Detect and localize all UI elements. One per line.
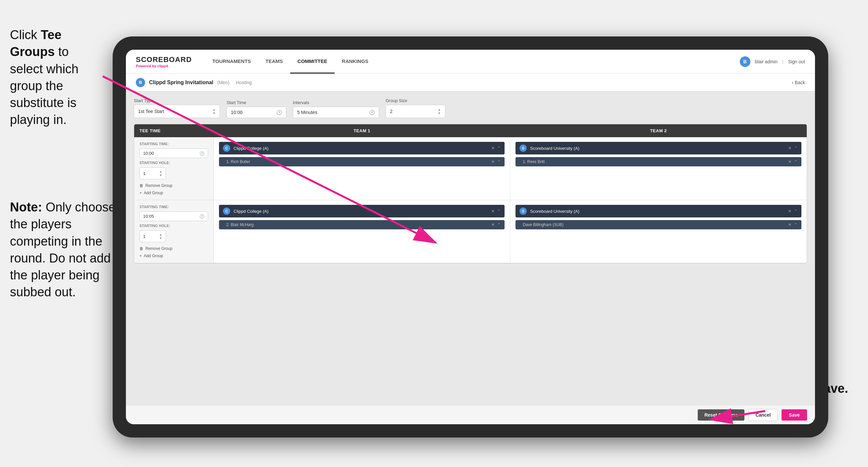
- expand-icon-t1-2[interactable]: ⌃: [497, 209, 501, 213]
- start-time-input[interactable]: 10:00 🕐: [227, 107, 286, 118]
- instruction-text-1: Click: [10, 28, 41, 42]
- starting-time-label-2: STARTING TIME:: [140, 205, 208, 209]
- logo-powered: Powered by clippd: [136, 64, 192, 68]
- team-icon-2-2: S: [520, 207, 527, 215]
- expand-icon-t2-2[interactable]: ⌃: [794, 209, 798, 213]
- intervals-input[interactable]: 5 Minutes 🕐: [293, 107, 379, 118]
- clock-icon: 🕐: [276, 110, 282, 115]
- nav-avatar: B: [740, 56, 750, 67]
- nav-links: TOURNAMENTS TEAMS COMMITTEE RANKINGS: [205, 50, 740, 74]
- logo-scoreboard: SCOREBOARD: [136, 55, 192, 64]
- nav-committee[interactable]: COMMITTEE: [290, 50, 335, 74]
- starting-time-label-1: STARTING TIME:: [140, 142, 208, 146]
- expand-icon-p1-1[interactable]: ⌃: [497, 159, 501, 164]
- main-instruction: Click Tee Groups to select which group t…: [0, 20, 109, 135]
- starting-hole-input-1[interactable]: 1 ▲▼: [140, 167, 166, 179]
- player-entry-1-2[interactable]: 2. Blair McHarg ✕ ⌃: [219, 220, 504, 229]
- team-name-2-2: Scoreboard University (A): [530, 209, 580, 214]
- team-entry-2-2[interactable]: S Scoreboard University (A) ✕ ⌃: [516, 205, 801, 217]
- sub-header-left: B Clippd Spring Invitational (Men) Hosti…: [136, 78, 792, 87]
- player-entry-2-1[interactable]: 1. Rees Britt ✕ ⌃: [516, 157, 801, 166]
- nav-right: B blair admin | Sign out: [740, 56, 805, 67]
- start-type-stepper[interactable]: ▲▼: [212, 108, 216, 115]
- starting-time-input-1[interactable]: 10:00 🕐: [140, 148, 208, 158]
- close-icon-t1-2[interactable]: ✕: [491, 209, 495, 213]
- nav-rankings[interactable]: RANKINGS: [335, 50, 376, 74]
- team-entry-1-1[interactable]: C Clippd College (A) ✕ ⌃: [219, 142, 504, 154]
- tournament-name: Clippd Spring Invitational: [149, 80, 213, 86]
- start-type-field: Start Type 1st Tee Start ▲▼: [134, 98, 220, 118]
- note-text: Only choose the players competing in the…: [10, 200, 116, 299]
- remove-group-button-2[interactable]: 🗑 Remove Group: [140, 246, 208, 251]
- save-button[interactable]: Save: [781, 409, 807, 420]
- expand-icon-p1-2[interactable]: ⌃: [497, 223, 501, 227]
- table-row: STARTING TIME: 10:00 🕐 STARTING HOLE: 1 …: [134, 137, 807, 200]
- tablet-frame: SCOREBOARD Powered by clippd TOURNAMENTS…: [113, 36, 828, 438]
- time-icon-1: 🕐: [199, 151, 205, 156]
- hole-stepper-1[interactable]: ▲▼: [159, 170, 162, 177]
- close-icon-p1-1[interactable]: ✕: [491, 159, 495, 164]
- close-icon-t1-1[interactable]: ✕: [491, 146, 495, 150]
- close-icon-p2-1[interactable]: ✕: [788, 159, 792, 164]
- starting-hole-label-2: STARTING HOLE:: [140, 224, 208, 228]
- team-icon-1-1: C: [223, 145, 230, 152]
- tee-table: Tee Time Team 1 Team 2 STARTING TIME: 10…: [134, 124, 807, 263]
- group-left-2: STARTING TIME: 10:05 🕐 STARTING HOLE: 1 …: [134, 200, 214, 263]
- close-icon-p2-2[interactable]: ✕: [788, 223, 792, 227]
- add-group-button-1[interactable]: + Add Group: [140, 191, 208, 195]
- nav-bar: SCOREBOARD Powered by clippd TOURNAMENTS…: [126, 50, 815, 74]
- player-name-2-2: Dave Billingham (SUB): [523, 223, 563, 227]
- team-entry-1-2[interactable]: C Clippd College (A) ✕ ⌃: [219, 205, 504, 217]
- group-size-value: 2: [390, 109, 393, 114]
- expand-icon-t2-1[interactable]: ⌃: [794, 146, 798, 150]
- starting-hole-input-2[interactable]: 1 ▲▼: [140, 230, 166, 242]
- group-team1-1: C Clippd College (A) ✕ ⌃ 1. Rich Butler: [214, 137, 510, 200]
- nav-username: blair admin: [755, 59, 778, 64]
- reset-changes-button[interactable]: Reset Changes: [698, 409, 744, 420]
- player-entry-1-1[interactable]: 1. Rich Butler ✕ ⌃: [219, 157, 504, 166]
- note-instruction: Note: Only choose the players competing …: [0, 192, 126, 308]
- nav-tournaments[interactable]: TOURNAMENTS: [205, 50, 258, 74]
- team-name-2-1: Scoreboard University (A): [530, 146, 580, 151]
- player-name-1-1: 1. Rich Butler: [226, 159, 250, 164]
- close-icon-t2-2[interactable]: ✕: [788, 209, 792, 213]
- hole-stepper-2[interactable]: ▲▼: [159, 233, 162, 240]
- expand-icon-p2-1[interactable]: ⌃: [794, 159, 798, 164]
- content-area: Start Type 1st Tee Start ▲▼ Start Time 1…: [126, 91, 815, 405]
- intervals-value: 5 Minutes: [297, 110, 317, 115]
- group-size-stepper[interactable]: ▲▼: [438, 108, 441, 115]
- th-team1: Team 1: [214, 124, 510, 137]
- close-icon-t2-1[interactable]: ✕: [788, 146, 792, 150]
- intervals-field: Intervals 5 Minutes 🕐: [293, 100, 379, 118]
- team-name-1-1: Clippd College (A): [234, 146, 269, 151]
- logo-area: SCOREBOARD Powered by clippd: [136, 55, 192, 68]
- settings-row: Start Type 1st Tee Start ▲▼ Start Time 1…: [134, 98, 807, 118]
- start-type-input[interactable]: 1st Tee Start ▲▼: [134, 105, 220, 118]
- nav-teams[interactable]: TEAMS: [258, 50, 290, 74]
- expand-icon-p2-2[interactable]: ⌃: [794, 223, 798, 227]
- starting-time-input-2[interactable]: 10:05 🕐: [140, 211, 208, 221]
- th-tee-time: Tee Time: [134, 124, 214, 137]
- team-name-1-2: Clippd College (A): [234, 209, 269, 214]
- remove-group-button-1[interactable]: 🗑 Remove Group: [140, 183, 208, 188]
- expand-icon-t1-1[interactable]: ⌃: [497, 146, 501, 150]
- start-time-label: Start Time: [227, 100, 286, 105]
- group-size-input[interactable]: 2 ▲▼: [385, 105, 445, 118]
- start-time-value: 10:00: [231, 110, 243, 115]
- team-icon-1-2: C: [223, 207, 230, 215]
- cancel-button[interactable]: Cancel: [748, 409, 778, 421]
- start-time-field: Start Time 10:00 🕐: [227, 100, 286, 118]
- starting-hole-label-1: STARTING HOLE:: [140, 161, 208, 165]
- back-link[interactable]: ‹ Back: [792, 80, 805, 85]
- player-entry-2-2[interactable]: Dave Billingham (SUB) ✕ ⌃: [516, 220, 801, 229]
- hosting-label: Hosting: [236, 80, 251, 85]
- table-header: Tee Time Team 1 Team 2: [134, 124, 807, 137]
- sign-out-link[interactable]: Sign out: [788, 59, 805, 64]
- add-group-button-2[interactable]: + Add Group: [140, 254, 208, 258]
- intervals-label: Intervals: [293, 100, 379, 105]
- team-entry-2-1[interactable]: S Scoreboard University (A) ✕ ⌃: [516, 142, 801, 154]
- close-icon-p1-2[interactable]: ✕: [491, 223, 495, 227]
- player-name-2-1: 1. Rees Britt: [523, 159, 545, 164]
- th-team2: Team 2: [510, 124, 807, 137]
- group-team2-2: S Scoreboard University (A) ✕ ⌃ Dave Bil…: [510, 200, 807, 263]
